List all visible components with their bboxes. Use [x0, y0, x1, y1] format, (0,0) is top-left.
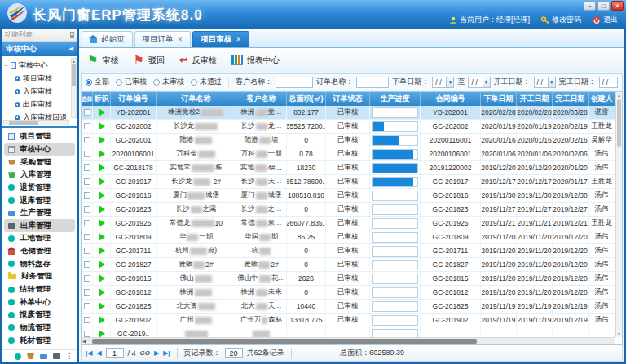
column-header-11[interactable]: 完工日期	[553, 92, 589, 106]
sidebar-item-1[interactable]: 审核中心	[4, 143, 75, 156]
row-checkbox[interactable]	[84, 151, 90, 157]
sidebar-item-5[interactable]: 退库管理	[4, 194, 75, 207]
strip-doc-icon[interactable]	[40, 354, 47, 359]
logout-button[interactable]: 退出	[593, 15, 618, 25]
status-radio-3[interactable]: 未通过	[191, 77, 222, 87]
row-checkbox[interactable]	[84, 178, 90, 185]
strip-cart-icon[interactable]	[27, 353, 34, 359]
tree-item-2[interactable]: 出库审核	[4, 98, 69, 111]
table-row[interactable]: GC-201925常德龙10常德泉…266077.835..已审核GC-2019…	[82, 217, 615, 230]
column-header-7[interactable]: 生产进度	[370, 92, 421, 106]
tab-1[interactable]: 项目订单✕	[134, 31, 192, 47]
row-checkbox[interactable]	[84, 123, 90, 129]
row-checkbox[interactable]	[84, 137, 90, 143]
table-row[interactable]: GC-2019..	[82, 327, 615, 337]
status-radio-1[interactable]: 已审核	[116, 77, 147, 87]
tab-2[interactable]: 项目审核✕	[192, 31, 249, 47]
page-number-input[interactable]: 1	[106, 348, 124, 358]
column-header-9[interactable]: 下单日期	[481, 92, 517, 106]
table-row[interactable]: GC-202002长沙龙长沙龙…65525.7200..已审核GC-202002…	[82, 120, 615, 134]
toolbar-button-1[interactable]: ⚑驳回	[133, 55, 164, 66]
maximize-button[interactable]: □	[597, 1, 610, 11]
row-checkbox[interactable]	[84, 109, 90, 116]
column-header-3[interactable]: 订单名称	[156, 92, 236, 106]
row-checkbox[interactable]	[84, 164, 90, 171]
tab-close-icon[interactable]: ✕	[178, 36, 183, 43]
sidebar-item-0[interactable]: 项目管理	[4, 130, 75, 143]
first-page-button[interactable]: |◀	[86, 349, 92, 357]
sidebar-item-14[interactable]: 报废管理	[4, 309, 75, 322]
column-header-8[interactable]: 合同编号	[421, 92, 481, 106]
toolbar-button-3[interactable]: 报表中心	[231, 55, 280, 66]
order-date-to-input[interactable]: / /▼	[468, 77, 490, 88]
table-row[interactable]: GC-201917长沙龙-2#长沙天…8512.78600..已审核GC-201…	[82, 175, 615, 189]
sidebar-item-16[interactable]: 耗材管理	[4, 334, 75, 347]
table-row[interactable]: GC-201823长沙之寓长沙之…0已审核GC-2018232019/11/27…	[82, 203, 615, 217]
calendar-dropdown-icon[interactable]: ▼	[548, 77, 555, 87]
table-row[interactable]: YB-202001株洲党校2株洲党…832.177已审核YB-202001202…	[82, 106, 615, 120]
order-name-input[interactable]	[356, 77, 389, 88]
table-row[interactable]: GC-202001陆港陆港墙0已审核202001160012020/01/162…	[82, 134, 615, 147]
audit-panel-header[interactable]: 审核中心 ◀	[2, 42, 77, 56]
vertical-scrollbar[interactable]: ▲▼	[615, 92, 622, 337]
sidebar-item-6[interactable]: 生产管理	[4, 207, 75, 220]
row-checkbox[interactable]	[84, 289, 90, 296]
tree-item-1[interactable]: 入库审核	[4, 85, 69, 98]
sidebar-item-2[interactable]: 采购管理	[4, 156, 75, 169]
column-header-0[interactable]: 选择	[82, 92, 93, 106]
table-row[interactable]: GC-201827雅致2#雅致2#0已审核GC-2018272019/11/20…	[82, 258, 615, 272]
go-button[interactable]: GO	[140, 349, 150, 357]
sidebar-item-8[interactable]: 工地管理	[4, 232, 75, 245]
toolbar-button-0[interactable]: ⚑审核	[87, 55, 118, 66]
page-size-input[interactable]: 20	[225, 348, 243, 358]
strip-dot-icon[interactable]	[15, 353, 21, 360]
row-checkbox[interactable]	[84, 206, 90, 213]
sidebar-item-7[interactable]: 出库管理	[4, 219, 75, 232]
table-row[interactable]: GC-201902广州广州万森林13318.775已审核GC-201902201…	[82, 314, 615, 327]
row-checkbox[interactable]	[84, 192, 90, 199]
column-header-12[interactable]: 创建人	[589, 92, 615, 106]
table-row[interactable]: GC-201812株洲株洲未来0已审核GC-2018122019/11/2020…	[82, 286, 615, 300]
toolbar-button-2[interactable]: ↩反审核	[179, 55, 217, 66]
sidebar-item-3[interactable]: 入库管理	[4, 169, 75, 182]
table-row[interactable]: GC-201809华一期华润期85.25已审核GC-2018092019/11/…	[82, 230, 615, 244]
sidebar-item-13[interactable]: 补单中心	[4, 296, 75, 309]
sidebar-item-9[interactable]: 仓储管理	[4, 245, 75, 258]
sidebar-item-10[interactable]: 物料盘存	[4, 257, 75, 270]
table-row[interactable]: GC-201825北大资北大天…10440已审核GC-2018252019/11…	[82, 300, 615, 314]
tab-0[interactable]: 起始页	[82, 31, 133, 47]
horizontal-scrollbar[interactable]: ◀	[82, 337, 615, 344]
tree-hscrollbar[interactable]	[3, 120, 69, 125]
table-row[interactable]: GC-201816厦门城堡厦门城堡188510.818已审核GC-2018162…	[82, 189, 615, 203]
column-header-5[interactable]: 总面积(㎡)	[287, 92, 326, 106]
overflow-icon[interactable]: ⋮	[66, 353, 73, 360]
column-header-6[interactable]: 订单状态	[326, 92, 370, 106]
calendar-dropdown-icon[interactable]: ▼	[483, 77, 490, 87]
sidebar-item-4[interactable]: 退货管理	[4, 182, 75, 195]
status-radio-2[interactable]: 未审核	[153, 77, 184, 87]
prev-page-button[interactable]: ◀	[96, 349, 101, 357]
close-button[interactable]: ✕	[611, 1, 624, 11]
row-checkbox[interactable]	[84, 331, 90, 337]
tree-expand-icon[interactable]: −	[4, 62, 8, 69]
sidebar-item-12[interactable]: 结转管理	[4, 283, 75, 296]
pin-icon[interactable]	[70, 32, 74, 38]
minimize-button[interactable]: －	[584, 1, 596, 11]
table-row[interactable]: GC-201711杭州府)杭0已审核GC-2017112019/11/20201…	[82, 244, 615, 258]
status-radio-0[interactable]: 全部	[86, 77, 109, 87]
change-password-button[interactable]: 修改密码	[541, 15, 581, 25]
table-row[interactable]: GC-2018178实地常栋实地4#…18230已审核2019122000220…	[82, 161, 615, 175]
hscroll-thumb[interactable]	[92, 339, 477, 344]
start-date-input[interactable]: / /▼	[534, 77, 556, 88]
row-checkbox[interactable]	[84, 261, 90, 268]
sidebar-item-11[interactable]: 财务管理	[4, 270, 75, 283]
strip-user-icon[interactable]	[53, 353, 60, 359]
row-checkbox[interactable]	[84, 234, 90, 240]
next-page-button[interactable]: ▶	[154, 349, 159, 357]
row-checkbox[interactable]	[84, 303, 90, 309]
last-page-button[interactable]: ▶|	[163, 349, 170, 357]
tree-root[interactable]: − 审核中心	[4, 59, 69, 72]
tree-item-0[interactable]: 项目审核	[4, 72, 69, 85]
table-row[interactable]: GC-201815佛山佛山中花…2626已审核GC-2018152019/11/…	[82, 272, 615, 286]
calendar-dropdown-icon[interactable]: ▼	[446, 77, 453, 87]
